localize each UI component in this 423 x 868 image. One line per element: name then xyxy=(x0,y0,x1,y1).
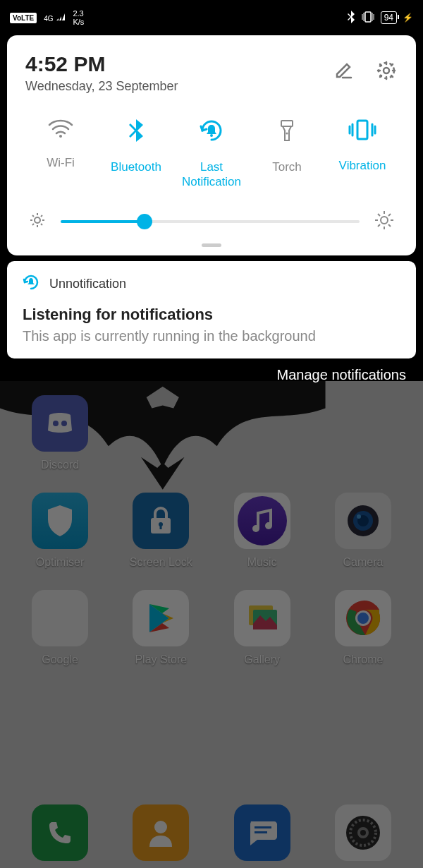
last-notification-toggle[interactable]: Last Notification xyxy=(176,118,247,190)
bluetooth-icon xyxy=(347,11,355,25)
svg-point-24 xyxy=(355,610,371,626)
svg-point-13 xyxy=(159,522,163,526)
svg-point-25 xyxy=(357,613,369,624)
discord-icon xyxy=(32,395,88,452)
app-camera[interactable]: Camera xyxy=(331,493,395,569)
app-music[interactable]: Music xyxy=(231,493,294,569)
svg-point-23 xyxy=(346,601,380,635)
svg-point-30 xyxy=(350,820,376,845)
brightness-thumb[interactable] xyxy=(137,214,152,229)
svg-point-17 xyxy=(348,505,379,536)
svg-point-9 xyxy=(381,217,388,224)
svg-point-26 xyxy=(154,821,167,833)
svg-point-10 xyxy=(53,421,59,426)
svg-rect-12 xyxy=(151,518,171,534)
svg-point-18 xyxy=(353,511,373,531)
svg-point-20 xyxy=(357,514,361,519)
manage-notifications-link[interactable]: Manage notifications xyxy=(0,358,423,383)
notification-card[interactable]: Unnotification Listening for notificatio… xyxy=(7,261,416,358)
vibrate-icon xyxy=(361,11,375,25)
svg-rect-0 xyxy=(365,12,371,22)
panel-drag-handle[interactable] xyxy=(202,243,221,247)
google-folder-icon xyxy=(32,590,88,646)
torch-icon xyxy=(278,118,295,147)
battery-indicator: 94 xyxy=(381,11,397,24)
svg-rect-27 xyxy=(255,826,271,828)
status-bar: VoLTE 4G 2.3 K/s 94 ⚡ xyxy=(0,0,423,35)
time-label: 4:52 PM xyxy=(25,52,178,76)
wallpaper-bat xyxy=(0,381,326,522)
bluetooth-toggle[interactable]: Bluetooth xyxy=(101,118,171,190)
svg-point-15 xyxy=(252,525,259,532)
app-messages[interactable] xyxy=(231,804,294,861)
app-name: Unnotification xyxy=(49,277,126,291)
svg-point-11 xyxy=(61,421,67,426)
svg-point-16 xyxy=(265,522,272,529)
date-label: Wednesday, 23 September xyxy=(25,79,178,94)
app-discord[interactable]: Discord xyxy=(28,395,92,471)
svg-point-32 xyxy=(360,830,366,836)
app-playstore[interactable]: Play Store xyxy=(129,590,192,666)
bluetooth-icon xyxy=(128,118,145,147)
optimiser-icon xyxy=(32,493,88,549)
camera-icon xyxy=(335,493,391,549)
contacts-icon xyxy=(133,804,189,861)
svg-rect-14 xyxy=(160,525,162,529)
app-icon xyxy=(23,274,39,294)
svg-rect-28 xyxy=(255,831,267,833)
brightness-row xyxy=(25,210,398,234)
music-icon xyxy=(238,496,287,545)
app-optimiser[interactable]: Optimiser xyxy=(28,493,92,569)
svg-rect-22 xyxy=(253,610,277,629)
playstore-icon xyxy=(133,590,189,646)
speed-indicator: 2.3 K/s xyxy=(73,9,84,26)
brightness-high-icon xyxy=(374,210,395,234)
screenlock-icon xyxy=(133,493,189,549)
quick-settings-panel: 4:52 PM Wednesday, 23 September Wi-Fi Bl… xyxy=(7,35,416,255)
svg-point-8 xyxy=(35,217,40,223)
volte-badge: VoLTE xyxy=(10,13,37,23)
home-screen: Discord Optimiser Screen Lock Music xyxy=(0,381,423,868)
svg-point-3 xyxy=(59,135,62,138)
svg-point-1 xyxy=(384,68,389,73)
brightness-slider[interactable] xyxy=(61,220,360,223)
phone-icon xyxy=(32,804,88,861)
messages-icon xyxy=(234,804,290,861)
wifi-icon xyxy=(48,118,73,143)
app-google-folder[interactable]: Google xyxy=(28,590,92,666)
notification-title: Listening for notifications xyxy=(23,306,400,324)
charging-icon: ⚡ xyxy=(403,13,413,23)
svg-point-19 xyxy=(357,515,369,526)
svg-point-31 xyxy=(357,827,369,838)
notification-body: This app is currently running in the bac… xyxy=(23,328,400,344)
wifi-toggle[interactable]: Wi-Fi xyxy=(25,118,96,190)
vibration-icon xyxy=(348,118,376,145)
torch-toggle[interactable]: Torch xyxy=(252,118,322,190)
settings-icon[interactable] xyxy=(375,59,398,85)
app-screenlock[interactable]: Screen Lock xyxy=(129,493,192,569)
brightness-low-icon xyxy=(28,211,47,232)
app-gallery[interactable]: Gallery xyxy=(231,590,294,666)
svg-point-29 xyxy=(346,816,380,850)
notification-history-icon xyxy=(198,118,225,147)
svg-rect-7 xyxy=(357,121,367,139)
app-chrome[interactable]: Chrome xyxy=(331,590,395,666)
gallery-icon xyxy=(234,590,290,646)
app-settings[interactable] xyxy=(331,804,395,861)
network-icon: 4G xyxy=(44,12,66,23)
svg-rect-21 xyxy=(249,605,273,625)
app-contacts[interactable] xyxy=(129,804,192,861)
svg-rect-5 xyxy=(281,121,293,126)
settings-gear-icon xyxy=(335,804,391,861)
edit-icon[interactable] xyxy=(333,60,354,84)
datetime-block[interactable]: 4:52 PM Wednesday, 23 September xyxy=(25,52,178,94)
chrome-icon xyxy=(335,590,391,646)
svg-point-4 xyxy=(210,134,213,137)
vibration-toggle[interactable]: Vibration xyxy=(327,118,398,190)
app-phone[interactable] xyxy=(28,804,92,861)
wallpaper xyxy=(0,381,423,868)
svg-point-6 xyxy=(286,133,288,135)
